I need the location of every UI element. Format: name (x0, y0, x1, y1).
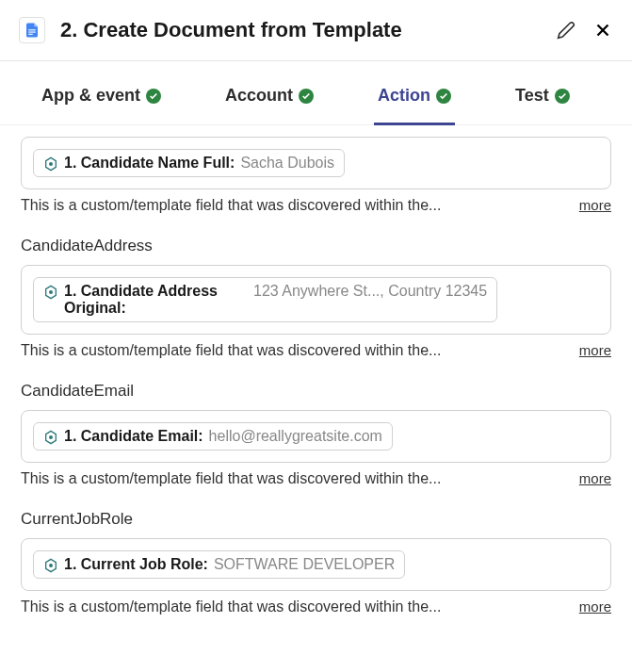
value-pill[interactable]: 1. Candidate Email: hello@reallygreatsit… (33, 422, 393, 451)
pill-value: hello@reallygreatsite.com (209, 428, 382, 445)
check-icon (436, 89, 451, 104)
more-link[interactable]: more (579, 342, 611, 358)
pill-label: 1. Candidate Name Full: (64, 155, 235, 172)
field-description: This is a custom/template field that was… (21, 342, 611, 359)
field-description: This is a custom/template field that was… (21, 598, 611, 615)
field-input-current-job-role[interactable]: 1. Current Job Role: SOFTWARE DEVELOPER (21, 538, 611, 591)
more-link[interactable]: more (579, 470, 611, 486)
pill-label: 1. Candidate Address Original: (64, 283, 248, 317)
source-app-icon (43, 156, 58, 172)
field-label-candidate-address: CandidateAddress (21, 237, 611, 255)
check-icon (299, 89, 314, 104)
pill-value: SOFTWARE DEVELOPER (214, 556, 395, 573)
value-pill[interactable]: 1. Current Job Role: SOFTWARE DEVELOPER (33, 550, 405, 579)
pill-value: Sacha Dubois (240, 155, 334, 172)
tabs: App & event Account Action Test (0, 61, 632, 125)
more-link[interactable]: more (579, 598, 611, 615)
edit-icon[interactable] (557, 21, 575, 40)
source-app-icon (43, 558, 58, 573)
close-icon[interactable] (592, 20, 613, 41)
field-description: This is a custom/template field that was… (21, 470, 611, 487)
tab-app-event[interactable]: App & event (38, 61, 165, 124)
pill-label: 1. Current Job Role: (64, 556, 208, 573)
header: 2. Create Document from Template (0, 0, 632, 61)
field-input-candidate-email[interactable]: 1. Candidate Email: hello@reallygreatsit… (21, 410, 611, 463)
content-area: 1. Candidate Name Full: Sacha Dubois Thi… (0, 125, 632, 638)
tab-label: Account (225, 86, 293, 106)
more-link[interactable]: more (579, 197, 611, 213)
source-app-icon (43, 430, 58, 445)
description-text: This is a custom/template field that was… (21, 197, 441, 214)
header-actions (557, 20, 613, 41)
tab-label: App & event (41, 86, 140, 106)
google-docs-icon (19, 17, 45, 43)
value-pill[interactable]: 1. Candidate Name Full: Sacha Dubois (33, 149, 345, 177)
page-title: 2. Create Document from Template (60, 18, 557, 42)
description-text: This is a custom/template field that was… (21, 598, 441, 615)
field-description: This is a custom/template field that was… (21, 197, 611, 214)
tab-test[interactable]: Test (511, 61, 574, 124)
svg-point-6 (49, 290, 53, 294)
check-icon (555, 89, 570, 104)
description-text: This is a custom/template field that was… (21, 342, 441, 359)
svg-rect-2 (28, 34, 33, 35)
svg-point-7 (49, 435, 53, 439)
svg-point-5 (49, 162, 53, 166)
tab-label: Test (515, 86, 549, 106)
field-label-current-job-role: CurrentJobRole (21, 510, 611, 529)
description-text: This is a custom/template field that was… (21, 470, 441, 487)
field-input-candidate-name[interactable]: 1. Candidate Name Full: Sacha Dubois (21, 137, 611, 189)
check-icon (146, 89, 161, 104)
tab-account[interactable]: Account (221, 61, 317, 124)
value-pill[interactable]: 1. Candidate Address Original: 123 Anywh… (33, 277, 497, 322)
tab-action[interactable]: Action (374, 61, 455, 124)
svg-point-8 (49, 564, 53, 567)
tab-label: Action (378, 86, 430, 106)
pill-label: 1. Candidate Email: (64, 428, 203, 445)
pill-value: 123 Anywhere St..., Country 12345 (253, 283, 487, 300)
field-label-candidate-email: CandidateEmail (21, 382, 611, 401)
svg-rect-1 (28, 32, 36, 33)
source-app-icon (43, 285, 58, 300)
field-input-candidate-address[interactable]: 1. Candidate Address Original: 123 Anywh… (21, 265, 611, 335)
svg-rect-0 (28, 29, 36, 30)
